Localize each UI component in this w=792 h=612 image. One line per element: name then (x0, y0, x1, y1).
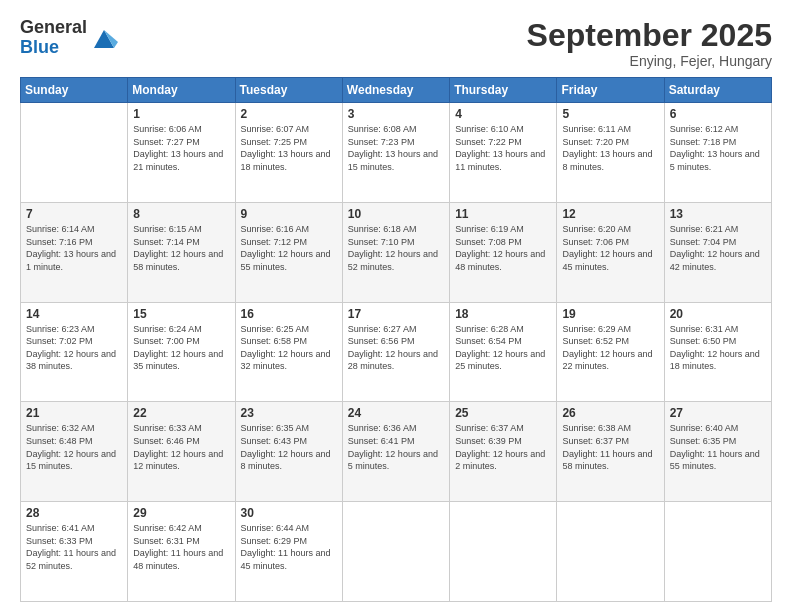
calendar-cell: 21Sunrise: 6:32 AMSunset: 6:48 PMDayligh… (21, 402, 128, 502)
day-info: Sunrise: 6:36 AMSunset: 6:41 PMDaylight:… (348, 422, 444, 472)
day-info: Sunrise: 6:37 AMSunset: 6:39 PMDaylight:… (455, 422, 551, 472)
day-info: Sunrise: 6:15 AMSunset: 7:14 PMDaylight:… (133, 223, 229, 273)
day-number: 14 (26, 307, 122, 321)
day-number: 1 (133, 107, 229, 121)
day-info: Sunrise: 6:25 AMSunset: 6:58 PMDaylight:… (241, 323, 337, 373)
day-info: Sunrise: 6:20 AMSunset: 7:06 PMDaylight:… (562, 223, 658, 273)
location-subtitle: Enying, Fejer, Hungary (527, 53, 772, 69)
weekday-header-row: Sunday Monday Tuesday Wednesday Thursday… (21, 78, 772, 103)
day-info: Sunrise: 6:24 AMSunset: 7:00 PMDaylight:… (133, 323, 229, 373)
week-row-5: 28Sunrise: 6:41 AMSunset: 6:33 PMDayligh… (21, 502, 772, 602)
day-info: Sunrise: 6:27 AMSunset: 6:56 PMDaylight:… (348, 323, 444, 373)
day-info: Sunrise: 6:14 AMSunset: 7:16 PMDaylight:… (26, 223, 122, 273)
day-number: 6 (670, 107, 766, 121)
day-number: 2 (241, 107, 337, 121)
day-number: 28 (26, 506, 122, 520)
calendar-cell: 17Sunrise: 6:27 AMSunset: 6:56 PMDayligh… (342, 302, 449, 402)
calendar-cell: 3Sunrise: 6:08 AMSunset: 7:23 PMDaylight… (342, 103, 449, 203)
col-wednesday: Wednesday (342, 78, 449, 103)
day-number: 19 (562, 307, 658, 321)
day-number: 27 (670, 406, 766, 420)
day-number: 4 (455, 107, 551, 121)
calendar-cell (21, 103, 128, 203)
day-info: Sunrise: 6:40 AMSunset: 6:35 PMDaylight:… (670, 422, 766, 472)
day-info: Sunrise: 6:42 AMSunset: 6:31 PMDaylight:… (133, 522, 229, 572)
day-info: Sunrise: 6:08 AMSunset: 7:23 PMDaylight:… (348, 123, 444, 173)
day-number: 13 (670, 207, 766, 221)
day-number: 5 (562, 107, 658, 121)
day-info: Sunrise: 6:19 AMSunset: 7:08 PMDaylight:… (455, 223, 551, 273)
calendar-cell: 18Sunrise: 6:28 AMSunset: 6:54 PMDayligh… (450, 302, 557, 402)
page: General Blue September 2025 Enying, Feje… (0, 0, 792, 612)
week-row-1: 1Sunrise: 6:06 AMSunset: 7:27 PMDaylight… (21, 103, 772, 203)
calendar-cell: 11Sunrise: 6:19 AMSunset: 7:08 PMDayligh… (450, 202, 557, 302)
day-info: Sunrise: 6:44 AMSunset: 6:29 PMDaylight:… (241, 522, 337, 572)
day-info: Sunrise: 6:06 AMSunset: 7:27 PMDaylight:… (133, 123, 229, 173)
calendar-cell: 7Sunrise: 6:14 AMSunset: 7:16 PMDaylight… (21, 202, 128, 302)
col-sunday: Sunday (21, 78, 128, 103)
day-info: Sunrise: 6:29 AMSunset: 6:52 PMDaylight:… (562, 323, 658, 373)
calendar-cell: 6Sunrise: 6:12 AMSunset: 7:18 PMDaylight… (664, 103, 771, 203)
logo-text: General Blue (20, 18, 87, 58)
day-number: 30 (241, 506, 337, 520)
day-info: Sunrise: 6:23 AMSunset: 7:02 PMDaylight:… (26, 323, 122, 373)
calendar-cell: 5Sunrise: 6:11 AMSunset: 7:20 PMDaylight… (557, 103, 664, 203)
calendar-cell (450, 502, 557, 602)
calendar-cell: 13Sunrise: 6:21 AMSunset: 7:04 PMDayligh… (664, 202, 771, 302)
col-thursday: Thursday (450, 78, 557, 103)
day-number: 9 (241, 207, 337, 221)
calendar-cell: 25Sunrise: 6:37 AMSunset: 6:39 PMDayligh… (450, 402, 557, 502)
col-tuesday: Tuesday (235, 78, 342, 103)
day-number: 23 (241, 406, 337, 420)
day-number: 18 (455, 307, 551, 321)
calendar-cell: 8Sunrise: 6:15 AMSunset: 7:14 PMDaylight… (128, 202, 235, 302)
logo-blue: Blue (20, 38, 87, 58)
header: General Blue September 2025 Enying, Feje… (20, 18, 772, 69)
calendar-cell (664, 502, 771, 602)
logo: General Blue (20, 18, 118, 58)
col-monday: Monday (128, 78, 235, 103)
calendar-cell: 26Sunrise: 6:38 AMSunset: 6:37 PMDayligh… (557, 402, 664, 502)
day-info: Sunrise: 6:11 AMSunset: 7:20 PMDaylight:… (562, 123, 658, 173)
day-number: 17 (348, 307, 444, 321)
day-number: 21 (26, 406, 122, 420)
col-friday: Friday (557, 78, 664, 103)
calendar-cell: 24Sunrise: 6:36 AMSunset: 6:41 PMDayligh… (342, 402, 449, 502)
week-row-3: 14Sunrise: 6:23 AMSunset: 7:02 PMDayligh… (21, 302, 772, 402)
day-info: Sunrise: 6:38 AMSunset: 6:37 PMDaylight:… (562, 422, 658, 472)
calendar-cell: 20Sunrise: 6:31 AMSunset: 6:50 PMDayligh… (664, 302, 771, 402)
day-number: 16 (241, 307, 337, 321)
day-info: Sunrise: 6:10 AMSunset: 7:22 PMDaylight:… (455, 123, 551, 173)
calendar-cell: 19Sunrise: 6:29 AMSunset: 6:52 PMDayligh… (557, 302, 664, 402)
week-row-2: 7Sunrise: 6:14 AMSunset: 7:16 PMDaylight… (21, 202, 772, 302)
day-info: Sunrise: 6:35 AMSunset: 6:43 PMDaylight:… (241, 422, 337, 472)
calendar-cell (557, 502, 664, 602)
calendar-cell: 23Sunrise: 6:35 AMSunset: 6:43 PMDayligh… (235, 402, 342, 502)
calendar-cell: 12Sunrise: 6:20 AMSunset: 7:06 PMDayligh… (557, 202, 664, 302)
calendar-cell: 27Sunrise: 6:40 AMSunset: 6:35 PMDayligh… (664, 402, 771, 502)
day-info: Sunrise: 6:28 AMSunset: 6:54 PMDaylight:… (455, 323, 551, 373)
day-number: 25 (455, 406, 551, 420)
month-title: September 2025 (527, 18, 772, 53)
calendar-cell: 29Sunrise: 6:42 AMSunset: 6:31 PMDayligh… (128, 502, 235, 602)
day-number: 7 (26, 207, 122, 221)
calendar-cell: 16Sunrise: 6:25 AMSunset: 6:58 PMDayligh… (235, 302, 342, 402)
logo-general: General (20, 18, 87, 38)
day-number: 26 (562, 406, 658, 420)
day-number: 10 (348, 207, 444, 221)
day-info: Sunrise: 6:33 AMSunset: 6:46 PMDaylight:… (133, 422, 229, 472)
calendar-cell: 30Sunrise: 6:44 AMSunset: 6:29 PMDayligh… (235, 502, 342, 602)
calendar-cell: 28Sunrise: 6:41 AMSunset: 6:33 PMDayligh… (21, 502, 128, 602)
week-row-4: 21Sunrise: 6:32 AMSunset: 6:48 PMDayligh… (21, 402, 772, 502)
day-number: 3 (348, 107, 444, 121)
title-block: September 2025 Enying, Fejer, Hungary (527, 18, 772, 69)
day-info: Sunrise: 6:41 AMSunset: 6:33 PMDaylight:… (26, 522, 122, 572)
day-number: 29 (133, 506, 229, 520)
calendar-cell: 2Sunrise: 6:07 AMSunset: 7:25 PMDaylight… (235, 103, 342, 203)
day-info: Sunrise: 6:12 AMSunset: 7:18 PMDaylight:… (670, 123, 766, 173)
day-info: Sunrise: 6:16 AMSunset: 7:12 PMDaylight:… (241, 223, 337, 273)
day-info: Sunrise: 6:07 AMSunset: 7:25 PMDaylight:… (241, 123, 337, 173)
calendar-cell (342, 502, 449, 602)
calendar-cell: 15Sunrise: 6:24 AMSunset: 7:00 PMDayligh… (128, 302, 235, 402)
day-info: Sunrise: 6:32 AMSunset: 6:48 PMDaylight:… (26, 422, 122, 472)
